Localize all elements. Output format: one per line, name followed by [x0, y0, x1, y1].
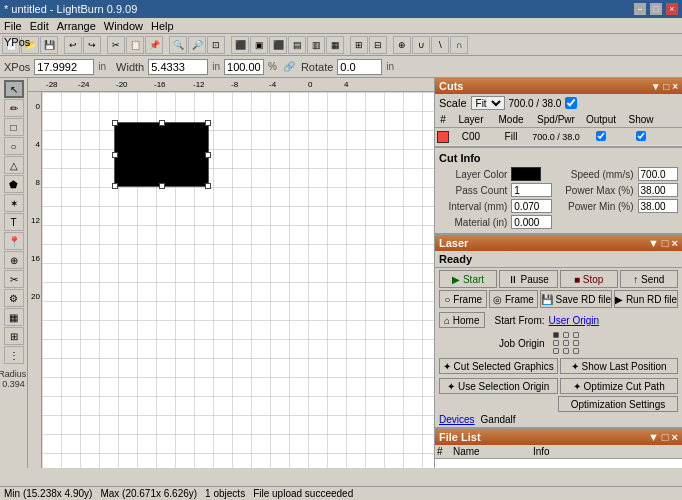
- selected-shape[interactable]: [114, 122, 209, 187]
- save-button[interactable]: 💾: [40, 36, 58, 54]
- menu-window[interactable]: Window: [104, 20, 143, 32]
- settings-tool[interactable]: ⚙: [4, 289, 24, 307]
- origin-dot-6[interactable]: [573, 340, 579, 346]
- menu-edit[interactable]: Edit: [30, 20, 49, 32]
- ungroup-button[interactable]: ⊟: [369, 36, 387, 54]
- star-tool[interactable]: ✶: [4, 194, 24, 212]
- crosshair-tool[interactable]: ⊕: [4, 251, 24, 269]
- speed-value[interactable]: 700.0: [638, 167, 678, 181]
- align-right-button[interactable]: ⬛: [269, 36, 287, 54]
- grid-tool[interactable]: ▦: [4, 308, 24, 326]
- handle-br[interactable]: [205, 183, 211, 189]
- weld-button[interactable]: ⊕: [393, 36, 411, 54]
- circle-tool[interactable]: ○: [4, 137, 24, 155]
- cut-selected-button[interactable]: ✦ Cut Selected Graphics: [439, 358, 558, 374]
- handle-tl[interactable]: [112, 120, 118, 126]
- pause-button[interactable]: ⏸ Pause: [499, 270, 557, 288]
- stop-button[interactable]: ■ Stop: [560, 270, 618, 288]
- lock-icon[interactable]: 🔗: [283, 61, 295, 72]
- width-input[interactable]: [148, 59, 208, 75]
- power-max-value[interactable]: 38.00: [638, 183, 678, 197]
- start-from-value[interactable]: User Origin: [549, 315, 600, 326]
- paste-button[interactable]: 📌: [145, 36, 163, 54]
- use-selection-button[interactable]: ✦ Use Selection Origin: [439, 378, 558, 394]
- origin-dot-3[interactable]: [573, 332, 579, 338]
- optimize-cut-button[interactable]: ✦ Optimize Cut Path: [560, 378, 679, 394]
- align-left-button[interactable]: ⬛: [231, 36, 249, 54]
- optimization-settings-button[interactable]: Optimization Settings: [558, 396, 678, 412]
- cuts-checkbox[interactable]: [565, 97, 577, 109]
- origin-dot-7[interactable]: [553, 348, 559, 354]
- origin-dot-1[interactable]: [553, 332, 559, 338]
- handle-bc[interactable]: [159, 183, 165, 189]
- menu-arrange[interactable]: Arrange: [57, 20, 96, 32]
- intersect-button[interactable]: ∩: [450, 36, 468, 54]
- pass-count-value[interactable]: 1: [511, 183, 551, 197]
- xpos-input[interactable]: [34, 59, 94, 75]
- select-tool[interactable]: ↖: [4, 80, 24, 98]
- close-button[interactable]: ×: [666, 3, 678, 15]
- start-button[interactable]: ▶ Start: [439, 270, 497, 288]
- origin-dot-4[interactable]: [553, 340, 559, 346]
- cuts-panel-controls[interactable]: ▼ □ ×: [651, 81, 678, 92]
- handle-ml[interactable]: [112, 152, 118, 158]
- interval-value[interactable]: 0.070: [511, 199, 551, 213]
- menu-help[interactable]: Help: [151, 20, 174, 32]
- align-bottom-button[interactable]: ▦: [326, 36, 344, 54]
- undo-button[interactable]: ↩: [64, 36, 82, 54]
- filelist-controls[interactable]: ▼ □ ×: [648, 431, 678, 443]
- triangle-tool[interactable]: △: [4, 156, 24, 174]
- align-center-button[interactable]: ▣: [250, 36, 268, 54]
- row-output[interactable]: [581, 131, 621, 143]
- copy-button[interactable]: 📋: [126, 36, 144, 54]
- frame2-button[interactable]: ◎ Frame: [489, 290, 537, 308]
- cuts-table-row[interactable]: C00 Fill 700.0 / 38.0: [435, 128, 682, 146]
- minimize-button[interactable]: −: [634, 3, 646, 15]
- show-last-button[interactable]: ✦ Show Last Position: [560, 358, 679, 374]
- handle-tr[interactable]: [205, 120, 211, 126]
- group-button[interactable]: ⊞: [350, 36, 368, 54]
- draw-tool[interactable]: ✏: [4, 99, 24, 117]
- origin-dot-5[interactable]: [563, 340, 569, 346]
- width-pct-input[interactable]: [224, 59, 264, 75]
- power-min-value[interactable]: 38.00: [638, 199, 678, 213]
- pin-tool[interactable]: 📍: [4, 232, 24, 250]
- dots-tool[interactable]: ⋮: [4, 346, 24, 364]
- frame-button[interactable]: ○ Frame: [439, 290, 487, 308]
- redo-button[interactable]: ↪: [83, 36, 101, 54]
- home-button[interactable]: ⌂ Home: [439, 312, 485, 328]
- text-tool[interactable]: T: [4, 213, 24, 231]
- origin-dot-8[interactable]: [563, 348, 569, 354]
- zoom-fit-button[interactable]: ⊡: [207, 36, 225, 54]
- zoom-in-button[interactable]: 🔍: [169, 36, 187, 54]
- rect-tool[interactable]: □: [4, 118, 24, 136]
- save-rd-button[interactable]: 💾 Save RD file: [540, 290, 612, 308]
- align-top-button[interactable]: ▤: [288, 36, 306, 54]
- layer-color-value[interactable]: [511, 167, 541, 181]
- canvas-area[interactable]: -28 -24 -20 -16 -12 -8 -4 0 4 0 4 8 12 1…: [28, 78, 434, 468]
- zoom-out-button[interactable]: 🔎: [188, 36, 206, 54]
- align-middle-button[interactable]: ▥: [307, 36, 325, 54]
- subtract-button[interactable]: ∖: [431, 36, 449, 54]
- rotate-input[interactable]: [337, 59, 382, 75]
- union-button[interactable]: ∪: [412, 36, 430, 54]
- canvas-grid[interactable]: [42, 92, 434, 468]
- origin-dot-9[interactable]: [573, 348, 579, 354]
- grid2-tool[interactable]: ⊞: [4, 327, 24, 345]
- handle-bl[interactable]: [112, 183, 118, 189]
- send-button[interactable]: ↑ Send: [620, 270, 678, 288]
- row-show[interactable]: [621, 131, 661, 143]
- material-value[interactable]: 0.000: [511, 215, 551, 229]
- scale-select[interactable]: Fit: [471, 96, 505, 110]
- devices-label[interactable]: Devices: [439, 414, 475, 425]
- menu-file[interactable]: File: [4, 20, 22, 32]
- handle-tc[interactable]: [159, 120, 165, 126]
- cut-button[interactable]: ✂: [107, 36, 125, 54]
- run-rd-button[interactable]: ▶ Run RD file: [614, 290, 678, 308]
- poly-tool[interactable]: ⬟: [4, 175, 24, 193]
- maximize-button[interactable]: □: [650, 3, 662, 15]
- origin-dot-2[interactable]: [563, 332, 569, 338]
- handle-mr[interactable]: [205, 152, 211, 158]
- laser-panel-controls[interactable]: ▼ □ ×: [648, 237, 678, 249]
- cut-tool[interactable]: ✂: [4, 270, 24, 288]
